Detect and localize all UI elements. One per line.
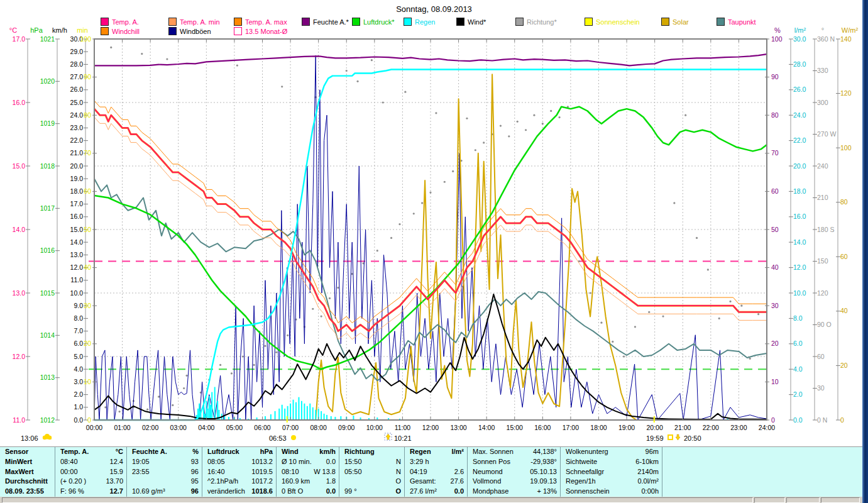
tick-label-wm2: 140 [840, 35, 852, 43]
cell-label: Temp. A. [55, 447, 89, 457]
table-row: 08:051013.2 [202, 457, 276, 467]
table-row: 3:29 h [405, 457, 467, 467]
tick-label-lm2: 8.0 [793, 314, 803, 322]
time-label: 15:00 [507, 424, 523, 431]
time-label: 17:00 [563, 424, 579, 431]
cell-value: 93 [191, 457, 202, 467]
tick-label-lm2: 22.0 [793, 136, 806, 144]
time-label: 19:00 [618, 424, 635, 431]
cell-value [464, 457, 467, 467]
table-row: 08:4012.4 [55, 457, 126, 467]
tick-label-wm2: 20 [840, 362, 848, 369]
tick-label-kmh: 28.0 [70, 60, 84, 68]
cell-label: 0 Bft O [277, 487, 303, 497]
table-row: Ø 10 min.0.0 [277, 457, 339, 467]
table-row: F: 96 %12.7 [55, 487, 126, 497]
status-segment [754, 497, 785, 503]
tick-label-hpa: 1015 [40, 289, 55, 297]
table-row: 16:401019.5 [202, 467, 276, 477]
statistics-table: SensorMinWertMaxWertDurchschnitt08.09. 2… [0, 446, 862, 498]
tick-label-hpa: 1013 [40, 373, 55, 381]
cell-value: km/h [319, 447, 339, 457]
cell-value: 1013.2 [251, 457, 276, 467]
tick-label-wm2: 80 [840, 198, 848, 206]
tick-label-kmh: 17.0 [70, 200, 84, 207]
time-label: 14:00 [478, 424, 495, 431]
tick-label-deg: 90 O [817, 321, 832, 328]
cell-label: 00:00 [55, 467, 78, 477]
table-row: Sichtweite6-10km [561, 457, 662, 467]
cell-label: Richtung [339, 447, 375, 457]
tick-label-kmh: 6.0 [74, 340, 83, 347]
cell-value: 0.0 [326, 457, 339, 467]
tick-label-kmh: 5.0 [74, 353, 83, 360]
status-segment [786, 497, 820, 503]
cell-label: 3:29 h [405, 457, 429, 467]
cell-value: 0:00h [641, 487, 662, 497]
tick-label-temp: 15.0 [13, 162, 26, 170]
cell-label: 08:05 [202, 457, 225, 467]
tick-label-deg: 180 S [817, 226, 834, 233]
time-label: 11:00 [395, 424, 411, 431]
cell-value: 12.4 [110, 457, 126, 467]
time-label: 09:00 [338, 424, 354, 431]
axis-unit-min: min [77, 26, 88, 34]
tick-label-kmh: 22.0 [70, 136, 84, 144]
weather-chart-window: Sonntag, 08.09.2013 Temp. A.Temp. A. min… [0, 0, 868, 503]
table-row: 15:50N [339, 457, 404, 467]
table-col-Wind: Windkm/hØ 10 min.0.008:10W 13.8160.9 km1… [277, 447, 339, 497]
cell-label: Schneefallgr [561, 467, 604, 477]
cell-value [52, 467, 55, 477]
tick-label-kmh: 14.0 [70, 238, 84, 246]
time-label: 18:00 [590, 424, 607, 431]
sunrise-icon [291, 435, 296, 440]
table-row: (+ 0.20 )13.70 [55, 477, 126, 487]
table-row: 19:0593 [127, 457, 202, 467]
table-row: 08:10W 13.8 [277, 467, 339, 477]
tick-label-kmh: 16.0 [70, 213, 84, 220]
tick-label-lm2: 6.0 [793, 340, 803, 347]
tick-label-kmh: 8.0 [74, 314, 83, 322]
tick-label-pct: 90 [771, 73, 779, 80]
table-row: Sensor [0, 447, 55, 457]
tick-label-pct: 10 [771, 378, 779, 385]
cell-value: 1.8 [326, 477, 339, 487]
cell-value: 15.9 [110, 467, 126, 477]
cell-value: 05.10.13 [530, 467, 560, 477]
tick-label-min: 100 [80, 35, 91, 43]
tick-label-kmh: 29.0 [70, 48, 84, 55]
tick-label-lm2: 12.0 [793, 263, 806, 271]
cell-value: 13.70 [106, 477, 126, 487]
cell-label: Neumond [468, 467, 503, 477]
cell-value: 2.6 [454, 467, 467, 477]
status-segment [2, 497, 753, 503]
marker-20:50: 20:50 [676, 434, 701, 442]
table-col-Temp. A.: Temp. A.°C08:4012.400:0015.9(+ 0.20 )13.… [55, 447, 127, 497]
cell-value [52, 447, 55, 457]
sunset-icon [668, 435, 673, 439]
tick-label-lm2: 14.0 [793, 238, 806, 246]
tick-label-temp: 11.0 [13, 416, 25, 424]
tick-label-min: 20 [84, 340, 91, 347]
tick-label-wm2: 100 [840, 144, 852, 152]
cell-value: % [192, 447, 202, 457]
cell-value [52, 487, 55, 497]
cell-label: 10.69 g/m³ [127, 487, 165, 497]
table-row: 95 [127, 477, 202, 487]
time-label: 20:00 [647, 424, 663, 431]
cell-label [127, 477, 132, 487]
cell-label: 08:10 [277, 467, 299, 477]
table-col-Sensor: SensorMinWertMaxWertDurchschnitt08.09. 2… [0, 447, 55, 497]
cell-label: 08:40 [55, 457, 78, 467]
tick-label-kmh: 26.0 [70, 86, 84, 93]
time-label: 07:00 [282, 424, 299, 431]
cell-value [401, 447, 404, 457]
marker-time: 13:06 [21, 434, 38, 442]
cell-label: Feuchte A. [127, 447, 167, 457]
cell-label: Regen [405, 447, 431, 457]
cell-value [52, 477, 55, 487]
table-row: Regenl/m² [405, 447, 467, 457]
marker-time: 10:21 [394, 434, 412, 442]
tick-label-kmh: 24.0 [70, 111, 84, 119]
tick-label-deg: 360 N [817, 35, 835, 43]
